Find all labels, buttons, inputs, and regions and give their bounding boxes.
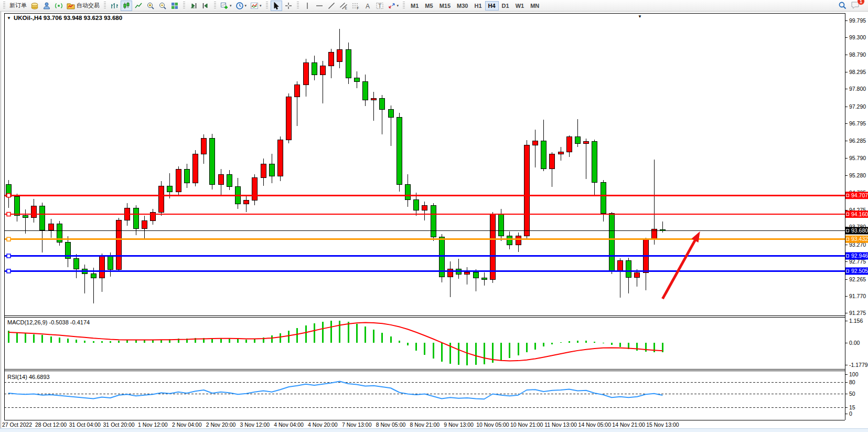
timeframe-button-M30[interactable]: M30 xyxy=(454,1,471,10)
candle-body xyxy=(320,66,325,75)
candle-body xyxy=(108,256,113,270)
auto-scroll-icon[interactable] xyxy=(188,1,199,11)
macd-histogram-bar xyxy=(381,333,383,343)
timeframe-button-W1[interactable]: W1 xyxy=(512,1,528,10)
dropdown-caret: ▾ xyxy=(397,4,399,8)
candle-body xyxy=(269,164,274,176)
text-tool-icon[interactable]: A xyxy=(362,1,373,11)
arrows-tool-icon[interactable]: ▾ xyxy=(386,1,401,11)
level-line-handle[interactable] xyxy=(7,237,10,241)
timeframe-group: M1M5M15M30H1H4D1W1MN xyxy=(408,1,542,10)
macd-histogram-bar xyxy=(475,343,477,365)
chat-button[interactable]: 1 xyxy=(849,0,862,12)
toolbar-grip[interactable] xyxy=(104,2,106,9)
tile-windows-icon[interactable] xyxy=(169,1,180,11)
level-line-handle[interactable] xyxy=(7,194,10,197)
macd-histogram-bar xyxy=(390,336,392,343)
candle-body xyxy=(447,269,453,277)
symbol-dropdown-icon[interactable]: ▼ xyxy=(7,16,11,20)
trading-terminal-window: 新订单 自动交易 xyxy=(0,0,868,432)
macd-histogram-bar xyxy=(254,339,255,343)
macd-histogram-bar xyxy=(611,343,613,345)
zoom-in-icon[interactable] xyxy=(145,1,156,11)
timeframe-button-M15[interactable]: M15 xyxy=(436,1,454,10)
macd-histogram-bar xyxy=(441,343,443,362)
search-icon[interactable] xyxy=(837,1,849,11)
macd-histogram-bar xyxy=(569,341,570,343)
bar-chart-type-icon[interactable] xyxy=(109,1,120,11)
fibonacci-tool-icon[interactable]: F xyxy=(350,1,361,11)
vertical-line-tool-icon[interactable] xyxy=(302,1,313,11)
candle-body xyxy=(575,137,580,143)
toolbar-grip[interactable] xyxy=(3,2,5,9)
macd-histogram-bar xyxy=(603,343,604,343)
toolbar-grip[interactable] xyxy=(266,2,268,9)
macd-histogram-bar xyxy=(348,322,349,343)
candle-body xyxy=(295,85,300,97)
indicators-button[interactable]: ▾ xyxy=(249,1,263,11)
macd-histogram-bar xyxy=(373,330,374,343)
macd-histogram-bar xyxy=(245,340,247,343)
date-axis-label: 9 Nov 13:00 xyxy=(444,422,474,428)
macd-histogram-bar xyxy=(93,341,94,343)
macd-histogram-bar xyxy=(50,336,52,343)
date-axis-label: 2 Nov 20:00 xyxy=(206,422,236,428)
timeframe-button-M1[interactable]: M1 xyxy=(408,1,422,10)
cursor-tool-icon[interactable] xyxy=(271,1,282,11)
equidistant-channel-tool-icon[interactable]: E xyxy=(338,1,349,11)
auto-trading-label: 自动交易 xyxy=(77,2,100,9)
level-line-handle[interactable] xyxy=(7,254,10,258)
candle-body xyxy=(532,141,538,145)
candle-body xyxy=(431,205,436,237)
macd-histogram-bar xyxy=(585,341,587,343)
macd-histogram-bar xyxy=(76,340,77,343)
candle-body xyxy=(541,141,546,169)
text-label-tool-icon[interactable]: T xyxy=(374,1,385,11)
svg-text:E: E xyxy=(345,6,347,9)
new-chart-button[interactable]: ▾ xyxy=(219,1,233,11)
toolbar-grip[interactable] xyxy=(214,2,216,9)
rsi-indicator-label: RSI(14) 46.6893 xyxy=(7,374,50,380)
macd-histogram-bar xyxy=(466,343,468,365)
candle-body xyxy=(422,205,427,210)
horizontal-line-tool-icon[interactable] xyxy=(314,1,325,11)
timeframe-button-MN[interactable]: MN xyxy=(527,1,542,10)
timeframe-button-D1[interactable]: D1 xyxy=(499,1,512,10)
new-order-button[interactable]: 新订单 xyxy=(8,1,28,11)
toolbar-grip[interactable] xyxy=(403,2,405,9)
crosshair-tool-icon[interactable] xyxy=(283,1,294,11)
timeframe-button-M5[interactable]: M5 xyxy=(422,1,436,10)
level-price-text: 93.680 xyxy=(851,227,868,234)
line-chart-type-icon[interactable] xyxy=(133,1,144,11)
candle-body xyxy=(499,214,504,236)
signal-icon[interactable] xyxy=(53,1,65,11)
timeframe-button-H4[interactable]: H4 xyxy=(485,1,499,10)
date-axis-label: 7 Nov 13:00 xyxy=(342,422,372,428)
status-strip xyxy=(0,428,868,432)
macd-histogram-bar xyxy=(25,333,26,343)
toolbar-grip[interactable] xyxy=(183,2,185,9)
market-community-icon[interactable] xyxy=(41,1,52,11)
level-line-handle[interactable] xyxy=(7,269,10,273)
candlestick-chart-type-icon[interactable] xyxy=(121,1,132,11)
level-line-handle[interactable] xyxy=(7,213,10,216)
candle-body xyxy=(133,208,138,229)
periodicity-clock-button[interactable]: ▾ xyxy=(234,1,249,11)
candle-body xyxy=(277,140,283,176)
toolbar-grip[interactable] xyxy=(297,2,299,9)
trendline-tool-icon[interactable] xyxy=(326,1,337,11)
candle-body xyxy=(354,78,359,82)
zoom-out-icon[interactable] xyxy=(157,1,168,11)
candle-body xyxy=(48,224,53,230)
candle-body xyxy=(626,260,631,277)
axis-label: 91.275 xyxy=(849,310,866,316)
auto-trading-button[interactable]: 自动交易 xyxy=(65,1,101,11)
candle-body xyxy=(617,260,623,270)
chart-shift-icon[interactable] xyxy=(200,1,211,11)
macd-histogram-bar xyxy=(33,334,35,343)
one-click-panel-arrow[interactable]: ▼ xyxy=(638,14,642,19)
timeframe-button-H1[interactable]: H1 xyxy=(471,1,485,10)
candle-body xyxy=(159,186,164,212)
candle-body xyxy=(150,212,155,220)
gold-coins-icon[interactable] xyxy=(29,1,40,11)
